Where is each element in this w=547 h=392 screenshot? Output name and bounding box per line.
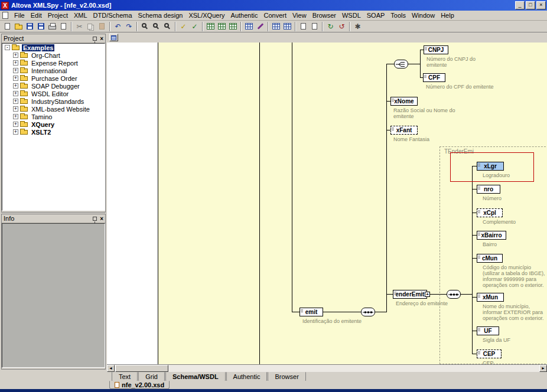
- schema-node-xBairro[interactable]: xBairro: [477, 231, 506, 240]
- tree-item-xslt2[interactable]: + XSLT2: [2, 128, 105, 136]
- minimize-button[interactable]: _: [515, 1, 525, 9]
- tree-item-examples[interactable]: - Examples: [2, 44, 105, 51]
- include-schema-icon[interactable]: [216, 21, 227, 31]
- pin-icon[interactable]: [93, 217, 97, 221]
- expand-icon[interactable]: +: [13, 53, 18, 58]
- schema-node-CEP[interactable]: CEP: [477, 349, 502, 358]
- schema-node-cMun[interactable]: cMun: [477, 254, 503, 263]
- tree-item-soap-debugger[interactable]: + SOAP Debugger: [2, 82, 105, 90]
- replace-icon[interactable]: [162, 21, 173, 31]
- collapse-icon[interactable]: -: [5, 45, 10, 50]
- menu-help[interactable]: Help: [438, 11, 457, 20]
- expand-icon[interactable]: +: [13, 106, 18, 112]
- sequence-compositor-icon[interactable]: [447, 290, 461, 299]
- browser-stop-icon[interactable]: ↺: [336, 21, 347, 31]
- tree-item-international[interactable]: + International: [2, 67, 105, 74]
- menu-project[interactable]: Project: [45, 11, 71, 20]
- cut-icon[interactable]: ✂: [74, 21, 85, 31]
- validate-icon[interactable]: ✓: [189, 21, 200, 31]
- schema-node-xCpl[interactable]: xCpl: [477, 208, 503, 217]
- expand-icon[interactable]: +: [13, 60, 18, 66]
- tree-item-tamino[interactable]: + Tamino: [2, 113, 105, 120]
- generate-schema-icon[interactable]: [227, 21, 239, 31]
- close-panel-icon[interactable]: ×: [100, 216, 103, 221]
- tree-item-xquery[interactable]: + XQuery: [2, 120, 105, 128]
- schema-node-CPF[interactable]: CPF: [423, 73, 445, 82]
- horizontal-scrollbar[interactable]: ◄ ►: [107, 364, 547, 372]
- close-button[interactable]: ×: [536, 1, 546, 9]
- schema-node-xNome[interactable]: xNome: [390, 97, 418, 106]
- redo-icon[interactable]: ↷: [123, 21, 135, 31]
- maximize-button[interactable]: □: [526, 1, 535, 9]
- expand-icon[interactable]: +: [13, 122, 18, 127]
- find-icon[interactable]: [139, 21, 151, 31]
- expand-icon[interactable]: +: [13, 83, 18, 89]
- copy-icon[interactable]: [85, 21, 96, 31]
- schema-node-xFant[interactable]: xFant: [390, 126, 418, 135]
- tree-item-purchase-order[interactable]: + Purchase Order: [2, 74, 105, 82]
- tree-item-xml-based-website[interactable]: + XML-based Website: [2, 105, 105, 113]
- authentic-view-icon[interactable]: [255, 21, 266, 31]
- schema-node-CNPJ[interactable]: CNPJ: [424, 45, 448, 54]
- save-icon[interactable]: [24, 21, 35, 31]
- append-element-icon[interactable]: [309, 21, 320, 31]
- tree-item-expense-report[interactable]: + Expense Report: [2, 59, 105, 67]
- menu-view[interactable]: View: [289, 11, 310, 20]
- scrollbar-thumb[interactable]: [115, 365, 168, 372]
- insert-table-icon[interactable]: [271, 21, 282, 31]
- print-preview-icon[interactable]: [58, 21, 69, 31]
- menu-dtd-schema[interactable]: DTD/Schema: [90, 11, 135, 20]
- tree-item-org-chart[interactable]: + Org-Chart: [2, 51, 105, 59]
- schema-node-UF[interactable]: UF: [477, 326, 499, 335]
- expand-icon[interactable]: +: [13, 91, 18, 96]
- file-tab-nfe[interactable]: nfe_v2.00.xsd: [109, 381, 170, 389]
- expand-icon[interactable]: +: [13, 114, 18, 119]
- insert-element-icon[interactable]: [298, 21, 309, 31]
- assign-schema-icon[interactable]: [205, 21, 216, 31]
- schema-node-xMun[interactable]: xMun: [477, 293, 504, 302]
- save-all-icon[interactable]: [35, 21, 47, 31]
- menu-file[interactable]: File: [11, 11, 28, 20]
- menu-convert[interactable]: Convert: [261, 11, 289, 20]
- expand-node-icon[interactable]: +: [425, 292, 430, 297]
- tree-item-wsdl-editor[interactable]: + WSDL Editor: [2, 90, 105, 97]
- menu-authentic[interactable]: Authentic: [228, 11, 261, 20]
- menu-wsdl[interactable]: WSDL: [339, 11, 364, 20]
- options-gear-icon[interactable]: ✱: [352, 21, 363, 31]
- menu-schema-design[interactable]: Schema design: [135, 11, 186, 20]
- schema-node-xLgr[interactable]: xLgr: [477, 162, 504, 171]
- choice-compositor-icon[interactable]: [394, 60, 408, 68]
- open-file-icon[interactable]: [13, 21, 24, 31]
- menu-xml[interactable]: XML: [71, 11, 90, 20]
- schema-node-enderEmit[interactable]: enderEmit: [393, 290, 427, 299]
- sequence-compositor-icon[interactable]: [361, 308, 375, 316]
- browser-refresh-icon[interactable]: ↻: [325, 21, 336, 31]
- expand-icon[interactable]: +: [13, 68, 18, 73]
- print-icon[interactable]: [47, 21, 58, 31]
- tree-item-industrystandards[interactable]: + IndustryStandards: [2, 97, 105, 105]
- new-document-icon[interactable]: [2, 21, 13, 31]
- pin-icon[interactable]: [93, 37, 97, 41]
- scroll-right-button[interactable]: ►: [539, 365, 547, 372]
- menu-xsl-xquery[interactable]: XSL/XQuery: [185, 11, 227, 20]
- menu-window[interactable]: Window: [409, 11, 438, 20]
- expand-icon[interactable]: +: [13, 76, 18, 81]
- menu-edit[interactable]: Edit: [28, 11, 45, 20]
- expand-icon[interactable]: +: [13, 129, 18, 135]
- grid-view-icon[interactable]: [243, 21, 255, 31]
- scroll-left-button[interactable]: ◄: [107, 365, 115, 372]
- show-globals-button[interactable]: [109, 34, 118, 41]
- menu-tools[interactable]: Tools: [388, 11, 409, 20]
- paste-icon[interactable]: [96, 21, 108, 31]
- menu-browser[interactable]: Browser: [310, 11, 339, 20]
- schema-design-canvas[interactable]: TEnderEmi CNPJ Número do CNPJ do emitent…: [107, 43, 547, 364]
- expand-icon[interactable]: +: [13, 99, 18, 104]
- schema-node-nro[interactable]: nro: [477, 185, 500, 194]
- undo-icon[interactable]: ↶: [112, 21, 123, 31]
- schema-node-emit[interactable]: emit: [299, 308, 323, 316]
- find-next-icon[interactable]: [151, 21, 162, 31]
- close-panel-icon[interactable]: ×: [100, 36, 103, 41]
- menu-soap[interactable]: SOAP: [364, 11, 388, 20]
- check-well-formed-icon[interactable]: ✓: [178, 21, 189, 31]
- display-row-icon[interactable]: [282, 21, 293, 31]
